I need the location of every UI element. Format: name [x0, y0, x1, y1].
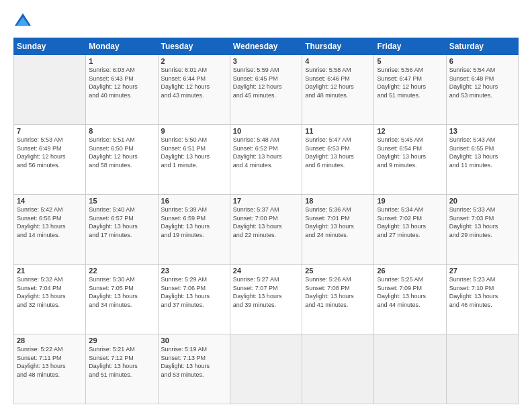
day-number: 13 — [449, 127, 515, 135]
calendar-cell: 6Sunrise: 5:54 AM Sunset: 6:48 PM Daylig… — [446, 55, 518, 125]
calendar-cell: 15Sunrise: 5:40 AM Sunset: 6:57 PM Dayli… — [86, 195, 158, 265]
logo-icon — [13, 12, 32, 31]
calendar-cell: 10Sunrise: 5:48 AM Sunset: 6:52 PM Dayli… — [230, 125, 302, 195]
calendar-cell: 8Sunrise: 5:51 AM Sunset: 6:50 PM Daylig… — [86, 125, 158, 195]
day-number: 5 — [377, 57, 443, 65]
day-number: 24 — [233, 267, 299, 275]
day-info: Sunrise: 5:53 AM Sunset: 6:49 PM Dayligh… — [17, 136, 83, 169]
calendar-cell: 16Sunrise: 5:39 AM Sunset: 6:59 PM Dayli… — [158, 195, 230, 265]
week-row-0: 1Sunrise: 6:03 AM Sunset: 6:43 PM Daylig… — [14, 55, 519, 125]
day-number: 28 — [17, 336, 83, 345]
day-info: Sunrise: 5:29 AM Sunset: 7:06 PM Dayligh… — [161, 275, 227, 309]
header — [13, 12, 519, 31]
calendar-cell: 23Sunrise: 5:29 AM Sunset: 7:06 PM Dayli… — [158, 265, 230, 334]
header-friday: Friday — [374, 38, 446, 55]
day-info: Sunrise: 5:51 AM Sunset: 6:50 PM Dayligh… — [89, 136, 154, 169]
day-number: 6 — [449, 57, 515, 65]
calendar-cell: 3Sunrise: 5:59 AM Sunset: 6:45 PM Daylig… — [230, 55, 302, 125]
day-number: 2 — [161, 57, 227, 65]
calendar-cell — [374, 334, 446, 404]
calendar-cell: 18Sunrise: 5:36 AM Sunset: 7:01 PM Dayli… — [302, 195, 374, 265]
calendar-cell: 2Sunrise: 6:01 AM Sunset: 6:44 PM Daylig… — [158, 55, 230, 125]
day-info: Sunrise: 5:56 AM Sunset: 6:47 PM Dayligh… — [377, 66, 443, 99]
calendar-cell: 30Sunrise: 5:19 AM Sunset: 7:13 PM Dayli… — [158, 334, 230, 404]
day-number: 25 — [305, 267, 371, 275]
header-tuesday: Tuesday — [158, 38, 230, 55]
calendar-cell: 11Sunrise: 5:47 AM Sunset: 6:53 PM Dayli… — [302, 125, 374, 195]
day-info: Sunrise: 5:26 AM Sunset: 7:08 PM Dayligh… — [305, 275, 371, 309]
week-row-2: 14Sunrise: 5:42 AM Sunset: 6:56 PM Dayli… — [14, 195, 519, 265]
calendar-cell — [302, 334, 374, 404]
day-info: Sunrise: 5:45 AM Sunset: 6:54 PM Dayligh… — [377, 136, 443, 169]
day-info: Sunrise: 5:48 AM Sunset: 6:52 PM Dayligh… — [233, 136, 299, 169]
day-info: Sunrise: 6:03 AM Sunset: 6:43 PM Dayligh… — [89, 66, 154, 99]
day-number: 18 — [305, 197, 371, 205]
day-number: 8 — [89, 127, 154, 135]
day-number: 11 — [305, 127, 371, 135]
calendar-cell: 24Sunrise: 5:27 AM Sunset: 7:07 PM Dayli… — [230, 265, 302, 334]
day-info: Sunrise: 5:36 AM Sunset: 7:01 PM Dayligh… — [305, 205, 371, 239]
calendar-cell: 28Sunrise: 5:22 AM Sunset: 7:11 PM Dayli… — [14, 334, 86, 404]
day-number: 22 — [89, 267, 154, 275]
day-number: 10 — [233, 127, 299, 135]
calendar-cell: 21Sunrise: 5:32 AM Sunset: 7:04 PM Dayli… — [14, 265, 86, 334]
page: SundayMondayTuesdayWednesdayThursdayFrid… — [0, 0, 532, 411]
header-saturday: Saturday — [446, 38, 518, 55]
calendar-cell: 14Sunrise: 5:42 AM Sunset: 6:56 PM Dayli… — [14, 195, 86, 265]
day-info: Sunrise: 5:27 AM Sunset: 7:07 PM Dayligh… — [233, 275, 299, 309]
day-number: 3 — [233, 57, 299, 65]
calendar-cell: 4Sunrise: 5:58 AM Sunset: 6:46 PM Daylig… — [302, 55, 374, 125]
day-info: Sunrise: 5:42 AM Sunset: 6:56 PM Dayligh… — [17, 205, 83, 239]
day-info: Sunrise: 5:39 AM Sunset: 6:59 PM Dayligh… — [161, 205, 227, 239]
day-number: 21 — [17, 267, 83, 275]
day-info: Sunrise: 5:43 AM Sunset: 6:55 PM Dayligh… — [449, 136, 515, 169]
calendar-cell: 29Sunrise: 5:21 AM Sunset: 7:12 PM Dayli… — [86, 334, 158, 404]
calendar-cell: 9Sunrise: 5:50 AM Sunset: 6:51 PM Daylig… — [158, 125, 230, 195]
calendar-cell: 27Sunrise: 5:23 AM Sunset: 7:10 PM Dayli… — [446, 265, 518, 334]
day-number: 17 — [233, 197, 299, 205]
calendar-cell — [14, 55, 86, 125]
calendar-cell: 13Sunrise: 5:43 AM Sunset: 6:55 PM Dayli… — [446, 125, 518, 195]
day-number: 20 — [449, 197, 515, 205]
day-number: 14 — [17, 197, 83, 205]
header-sunday: Sunday — [14, 38, 86, 55]
day-number: 7 — [17, 127, 83, 135]
day-info: Sunrise: 5:33 AM Sunset: 7:03 PM Dayligh… — [449, 205, 515, 239]
header-monday: Monday — [86, 38, 158, 55]
header-wednesday: Wednesday — [230, 38, 302, 55]
day-info: Sunrise: 5:32 AM Sunset: 7:04 PM Dayligh… — [17, 275, 83, 309]
day-info: Sunrise: 5:59 AM Sunset: 6:45 PM Dayligh… — [233, 66, 299, 99]
day-info: Sunrise: 5:54 AM Sunset: 6:48 PM Dayligh… — [449, 66, 515, 99]
day-number: 1 — [89, 57, 154, 65]
calendar-table: SundayMondayTuesdayWednesdayThursdayFrid… — [13, 38, 519, 404]
day-number: 29 — [89, 336, 154, 345]
calendar-cell: 25Sunrise: 5:26 AM Sunset: 7:08 PM Dayli… — [302, 265, 374, 334]
calendar-cell: 7Sunrise: 5:53 AM Sunset: 6:49 PM Daylig… — [14, 125, 86, 195]
day-info: Sunrise: 5:21 AM Sunset: 7:12 PM Dayligh… — [89, 345, 154, 379]
day-info: Sunrise: 5:58 AM Sunset: 6:46 PM Dayligh… — [305, 66, 371, 99]
day-info: Sunrise: 5:34 AM Sunset: 7:02 PM Dayligh… — [377, 205, 443, 239]
calendar-cell: 26Sunrise: 5:25 AM Sunset: 7:09 PM Dayli… — [374, 265, 446, 334]
calendar-cell — [230, 334, 302, 404]
day-number: 16 — [161, 197, 227, 205]
day-number: 12 — [377, 127, 443, 135]
calendar-cell: 19Sunrise: 5:34 AM Sunset: 7:02 PM Dayli… — [374, 195, 446, 265]
calendar-cell: 12Sunrise: 5:45 AM Sunset: 6:54 PM Dayli… — [374, 125, 446, 195]
week-row-4: 28Sunrise: 5:22 AM Sunset: 7:11 PM Dayli… — [14, 334, 519, 404]
day-number: 19 — [377, 197, 443, 205]
day-info: Sunrise: 5:37 AM Sunset: 7:00 PM Dayligh… — [233, 205, 299, 239]
day-number: 9 — [161, 127, 227, 135]
week-row-1: 7Sunrise: 5:53 AM Sunset: 6:49 PM Daylig… — [14, 125, 519, 195]
day-number: 27 — [449, 267, 515, 275]
day-info: Sunrise: 5:19 AM Sunset: 7:13 PM Dayligh… — [161, 345, 227, 379]
day-info: Sunrise: 6:01 AM Sunset: 6:44 PM Dayligh… — [161, 66, 227, 99]
day-number: 23 — [161, 267, 227, 275]
calendar-cell: 1Sunrise: 6:03 AM Sunset: 6:43 PM Daylig… — [86, 55, 158, 125]
calendar-cell: 20Sunrise: 5:33 AM Sunset: 7:03 PM Dayli… — [446, 195, 518, 265]
calendar-cell — [446, 334, 518, 404]
calendar-cell: 22Sunrise: 5:30 AM Sunset: 7:05 PM Dayli… — [86, 265, 158, 334]
day-info: Sunrise: 5:50 AM Sunset: 6:51 PM Dayligh… — [161, 136, 227, 169]
calendar-cell: 5Sunrise: 5:56 AM Sunset: 6:47 PM Daylig… — [374, 55, 446, 125]
calendar-header-row: SundayMondayTuesdayWednesdayThursdayFrid… — [14, 38, 519, 55]
day-info: Sunrise: 5:47 AM Sunset: 6:53 PM Dayligh… — [305, 136, 371, 169]
